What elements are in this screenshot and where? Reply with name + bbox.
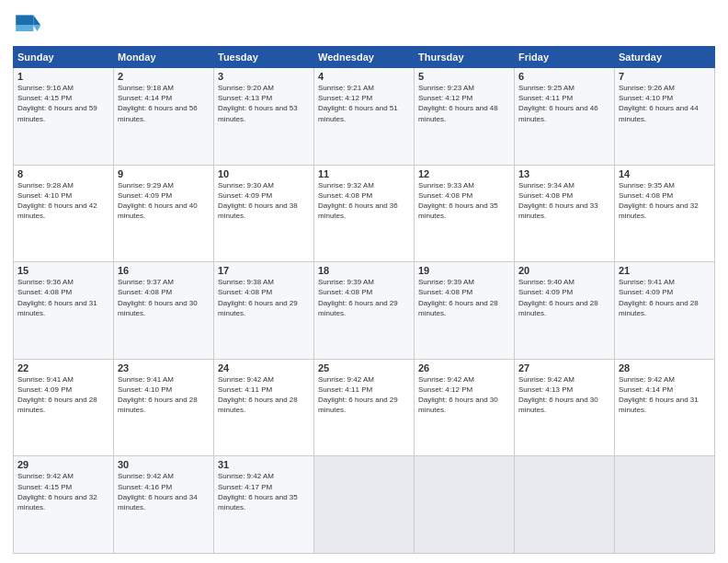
day-number: 21 bbox=[619, 265, 711, 276]
day-info: Sunrise: 9:37 AMSunset: 4:08 PMDaylight:… bbox=[118, 277, 210, 318]
calendar-cell bbox=[615, 456, 715, 554]
svg-rect-3 bbox=[16, 26, 33, 31]
day-number: 14 bbox=[619, 168, 711, 179]
day-info: Sunrise: 9:41 AMSunset: 4:09 PMDaylight:… bbox=[619, 277, 711, 318]
col-header-sunday: Sunday bbox=[14, 47, 114, 68]
day-info: Sunrise: 9:20 AMSunset: 4:13 PMDaylight:… bbox=[218, 83, 310, 124]
calendar-cell: 17Sunrise: 9:38 AMSunset: 4:08 PMDayligh… bbox=[214, 262, 314, 360]
calendar-week-3: 15Sunrise: 9:36 AMSunset: 4:08 PMDayligh… bbox=[14, 262, 715, 360]
page: SundayMondayTuesdayWednesdayThursdayFrid… bbox=[0, 0, 728, 563]
col-header-saturday: Saturday bbox=[615, 47, 715, 68]
calendar-cell: 31Sunrise: 9:42 AMSunset: 4:17 PMDayligh… bbox=[214, 456, 314, 554]
day-number: 2 bbox=[118, 71, 210, 82]
calendar-week-1: 1Sunrise: 9:16 AMSunset: 4:15 PMDaylight… bbox=[14, 68, 715, 166]
col-header-tuesday: Tuesday bbox=[214, 47, 314, 68]
calendar-cell: 1Sunrise: 9:16 AMSunset: 4:15 PMDaylight… bbox=[14, 68, 114, 166]
day-number: 26 bbox=[418, 362, 510, 373]
calendar-cell: 19Sunrise: 9:39 AMSunset: 4:08 PMDayligh… bbox=[415, 262, 515, 360]
day-number: 28 bbox=[619, 362, 711, 373]
day-number: 9 bbox=[118, 168, 210, 179]
day-number: 29 bbox=[17, 459, 109, 470]
calendar-cell: 26Sunrise: 9:42 AMSunset: 4:12 PMDayligh… bbox=[415, 359, 515, 456]
day-number: 5 bbox=[418, 71, 510, 82]
calendar-cell bbox=[415, 456, 515, 554]
calendar-cell: 27Sunrise: 9:42 AMSunset: 4:13 PMDayligh… bbox=[515, 359, 615, 456]
day-info: Sunrise: 9:30 AMSunset: 4:09 PMDaylight:… bbox=[218, 180, 310, 222]
day-info: Sunrise: 9:18 AMSunset: 4:14 PMDaylight:… bbox=[118, 83, 210, 124]
day-info: Sunrise: 9:38 AMSunset: 4:08 PMDaylight:… bbox=[218, 277, 310, 318]
calendar-cell: 7Sunrise: 9:26 AMSunset: 4:10 PMDaylight… bbox=[615, 68, 715, 166]
calendar-cell: 25Sunrise: 9:42 AMSunset: 4:11 PMDayligh… bbox=[314, 359, 415, 456]
day-info: Sunrise: 9:42 AMSunset: 4:12 PMDaylight:… bbox=[418, 374, 510, 416]
calendar-cell bbox=[314, 456, 415, 554]
calendar-cell: 30Sunrise: 9:42 AMSunset: 4:16 PMDayligh… bbox=[114, 456, 214, 554]
calendar-week-2: 8Sunrise: 9:28 AMSunset: 4:10 PMDaylight… bbox=[14, 165, 715, 262]
calendar-cell: 13Sunrise: 9:34 AMSunset: 4:08 PMDayligh… bbox=[515, 165, 615, 262]
day-info: Sunrise: 9:29 AMSunset: 4:09 PMDaylight:… bbox=[118, 180, 210, 222]
day-info: Sunrise: 9:42 AMSunset: 4:11 PMDaylight:… bbox=[218, 374, 310, 416]
col-header-thursday: Thursday bbox=[415, 47, 515, 68]
calendar-cell: 28Sunrise: 9:42 AMSunset: 4:14 PMDayligh… bbox=[615, 359, 715, 456]
calendar-cell: 9Sunrise: 9:29 AMSunset: 4:09 PMDaylight… bbox=[114, 165, 214, 262]
calendar-cell: 24Sunrise: 9:42 AMSunset: 4:11 PMDayligh… bbox=[214, 359, 314, 456]
calendar-cell: 3Sunrise: 9:20 AMSunset: 4:13 PMDaylight… bbox=[214, 68, 314, 166]
day-number: 30 bbox=[118, 459, 210, 470]
day-info: Sunrise: 9:32 AMSunset: 4:08 PMDaylight:… bbox=[318, 180, 410, 222]
calendar-cell: 22Sunrise: 9:41 AMSunset: 4:09 PMDayligh… bbox=[14, 359, 114, 456]
calendar-cell: 16Sunrise: 9:37 AMSunset: 4:08 PMDayligh… bbox=[114, 262, 214, 360]
day-number: 27 bbox=[518, 362, 610, 373]
calendar-table: SundayMondayTuesdayWednesdayThursdayFrid… bbox=[13, 46, 715, 554]
day-info: Sunrise: 9:21 AMSunset: 4:12 PMDaylight:… bbox=[318, 83, 410, 124]
day-number: 24 bbox=[218, 362, 310, 373]
calendar-cell: 15Sunrise: 9:36 AMSunset: 4:08 PMDayligh… bbox=[14, 262, 114, 360]
day-number: 22 bbox=[17, 362, 109, 373]
calendar-cell: 10Sunrise: 9:30 AMSunset: 4:09 PMDayligh… bbox=[214, 165, 314, 262]
calendar-cell: 18Sunrise: 9:39 AMSunset: 4:08 PMDayligh… bbox=[314, 262, 415, 360]
day-number: 23 bbox=[118, 362, 210, 373]
header bbox=[13, 9, 715, 39]
calendar-cell bbox=[515, 456, 615, 554]
svg-marker-0 bbox=[33, 15, 40, 25]
calendar-cell: 29Sunrise: 9:42 AMSunset: 4:15 PMDayligh… bbox=[14, 456, 114, 554]
logo bbox=[13, 9, 46, 39]
day-number: 16 bbox=[118, 265, 210, 276]
day-info: Sunrise: 9:40 AMSunset: 4:09 PMDaylight:… bbox=[518, 277, 610, 318]
calendar-cell: 21Sunrise: 9:41 AMSunset: 4:09 PMDayligh… bbox=[615, 262, 715, 360]
day-number: 11 bbox=[318, 168, 410, 179]
day-number: 7 bbox=[619, 71, 711, 82]
day-info: Sunrise: 9:33 AMSunset: 4:08 PMDaylight:… bbox=[418, 180, 510, 222]
calendar-cell: 4Sunrise: 9:21 AMSunset: 4:12 PMDaylight… bbox=[314, 68, 415, 166]
calendar-cell: 11Sunrise: 9:32 AMSunset: 4:08 PMDayligh… bbox=[314, 165, 415, 262]
calendar-week-4: 22Sunrise: 9:41 AMSunset: 4:09 PMDayligh… bbox=[14, 359, 715, 456]
calendar-cell: 12Sunrise: 9:33 AMSunset: 4:08 PMDayligh… bbox=[415, 165, 515, 262]
col-header-friday: Friday bbox=[515, 47, 615, 68]
day-info: Sunrise: 9:35 AMSunset: 4:08 PMDaylight:… bbox=[619, 180, 711, 222]
day-info: Sunrise: 9:39 AMSunset: 4:08 PMDaylight:… bbox=[318, 277, 410, 318]
svg-rect-2 bbox=[16, 15, 33, 25]
day-number: 17 bbox=[218, 265, 310, 276]
calendar-cell: 14Sunrise: 9:35 AMSunset: 4:08 PMDayligh… bbox=[615, 165, 715, 262]
day-info: Sunrise: 9:42 AMSunset: 4:13 PMDaylight:… bbox=[518, 374, 610, 416]
day-info: Sunrise: 9:39 AMSunset: 4:08 PMDaylight:… bbox=[418, 277, 510, 318]
day-info: Sunrise: 9:34 AMSunset: 4:08 PMDaylight:… bbox=[518, 180, 610, 222]
day-info: Sunrise: 9:26 AMSunset: 4:10 PMDaylight:… bbox=[619, 83, 711, 124]
day-number: 20 bbox=[518, 265, 610, 276]
day-info: Sunrise: 9:42 AMSunset: 4:14 PMDaylight:… bbox=[619, 374, 711, 416]
calendar-week-5: 29Sunrise: 9:42 AMSunset: 4:15 PMDayligh… bbox=[14, 456, 715, 554]
day-info: Sunrise: 9:42 AMSunset: 4:11 PMDaylight:… bbox=[318, 374, 410, 416]
day-info: Sunrise: 9:42 AMSunset: 4:16 PMDaylight:… bbox=[118, 471, 210, 512]
col-header-wednesday: Wednesday bbox=[314, 47, 415, 68]
day-number: 4 bbox=[318, 71, 410, 82]
calendar-cell: 2Sunrise: 9:18 AMSunset: 4:14 PMDaylight… bbox=[114, 68, 214, 166]
day-info: Sunrise: 9:28 AMSunset: 4:10 PMDaylight:… bbox=[17, 180, 109, 222]
day-info: Sunrise: 9:16 AMSunset: 4:15 PMDaylight:… bbox=[17, 83, 109, 124]
day-number: 13 bbox=[518, 168, 610, 179]
day-number: 15 bbox=[17, 265, 109, 276]
calendar-cell: 5Sunrise: 9:23 AMSunset: 4:12 PMDaylight… bbox=[415, 68, 515, 166]
day-number: 19 bbox=[418, 265, 510, 276]
day-number: 25 bbox=[318, 362, 410, 373]
col-header-monday: Monday bbox=[114, 47, 214, 68]
calendar-body: 1Sunrise: 9:16 AMSunset: 4:15 PMDaylight… bbox=[14, 68, 715, 554]
day-number: 18 bbox=[318, 265, 410, 276]
day-info: Sunrise: 9:41 AMSunset: 4:10 PMDaylight:… bbox=[118, 374, 210, 416]
